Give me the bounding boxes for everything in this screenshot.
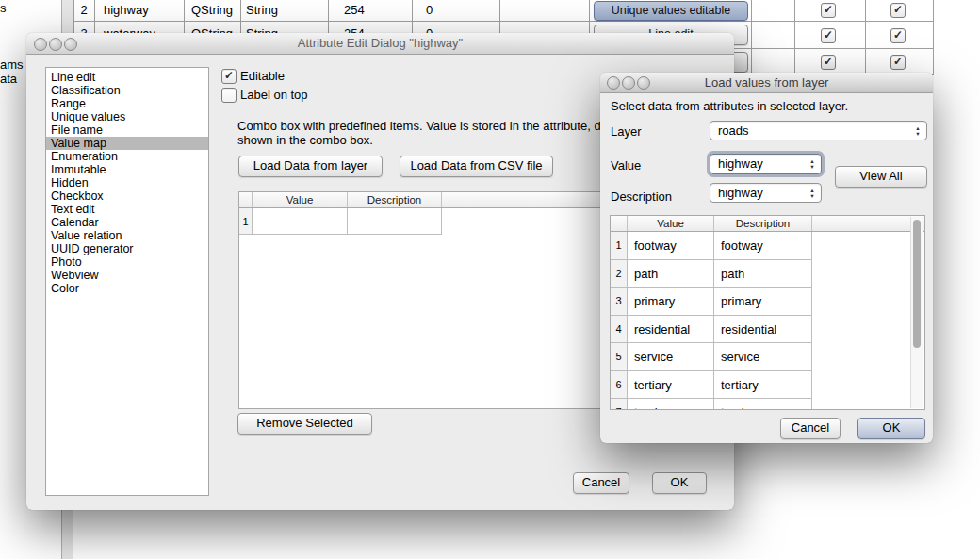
title-bar[interactable]: Attribute Edit Dialog "highway" bbox=[26, 33, 734, 55]
widget-description-line1: Combo box with predefined items. Value i… bbox=[237, 119, 601, 133]
value-cell[interactable] bbox=[253, 208, 348, 235]
header-filler bbox=[812, 216, 924, 231]
row-number: 1 bbox=[611, 232, 628, 260]
ok-button[interactable]: OK bbox=[858, 418, 925, 439]
checkbox-checked[interactable]: ✓ bbox=[890, 28, 906, 43]
description-cell[interactable]: tertiary bbox=[714, 371, 812, 400]
dialog-title: Attribute Edit Dialog "highway" bbox=[26, 33, 734, 54]
zoom-icon[interactable] bbox=[637, 76, 650, 90]
list-item-unique-values[interactable]: Unique values bbox=[46, 110, 208, 123]
row-number: 2 bbox=[611, 260, 628, 288]
list-item-calendar[interactable]: Calendar bbox=[46, 216, 208, 229]
value-cell[interactable]: footway bbox=[628, 232, 714, 260]
row-number: 6 bbox=[611, 371, 628, 400]
table-row[interactable]: 4 residential residential bbox=[611, 316, 924, 344]
description-cell[interactable]: path bbox=[714, 260, 812, 288]
close-icon[interactable] bbox=[607, 76, 620, 90]
minimize-icon[interactable] bbox=[622, 76, 635, 90]
vertical-scrollbar[interactable] bbox=[910, 217, 923, 408]
value-dropdown-value: highway bbox=[718, 156, 763, 171]
stepper-icon: ▲▼ bbox=[808, 188, 817, 199]
description-cell[interactable]: track bbox=[714, 399, 812, 410]
description-dropdown-value: highway bbox=[718, 186, 763, 200]
list-item-file-name[interactable]: File name bbox=[46, 123, 208, 137]
checkbox-checked[interactable]: ✓ bbox=[821, 3, 836, 18]
layer-values-table: Value Description 1 footway footway 2 pa… bbox=[610, 215, 925, 410]
stepper-icon: ▲▼ bbox=[913, 125, 923, 137]
row-number: 1 bbox=[239, 208, 253, 235]
checkbox-checked[interactable]: ✓ bbox=[821, 28, 836, 43]
remove-selected-button[interactable]: Remove Selected bbox=[237, 413, 372, 435]
close-icon[interactable] bbox=[34, 38, 47, 51]
cancel-button[interactable]: Cancel bbox=[780, 418, 841, 439]
table-row[interactable]: 6 tertiary tertiary bbox=[611, 371, 924, 400]
load-data-from-csv-button[interactable]: Load Data from CSV file bbox=[400, 156, 553, 177]
list-item-range[interactable]: Range bbox=[46, 97, 208, 110]
list-item-classification[interactable]: Classification bbox=[46, 84, 208, 97]
scrollbar-thumb[interactable] bbox=[913, 220, 921, 348]
value-dropdown[interactable]: highway ▲▼ bbox=[710, 154, 822, 174]
value-column-header[interactable]: Value bbox=[253, 192, 348, 207]
value-label: Value bbox=[611, 158, 641, 173]
list-item-hidden[interactable]: Hidden bbox=[46, 176, 208, 189]
grid-line bbox=[933, 0, 934, 75]
description-dropdown[interactable]: highway ▲▼ bbox=[710, 183, 822, 203]
label-on-top-checkbox[interactable] bbox=[221, 88, 237, 103]
value-cell[interactable]: residential bbox=[628, 316, 714, 344]
list-item-uuid-generator[interactable]: UUID generator bbox=[46, 242, 208, 255]
editable-checkbox[interactable]: ✓ bbox=[221, 69, 237, 84]
title-bar[interactable]: Load values from layer bbox=[600, 73, 933, 93]
grid-line bbox=[74, 21, 933, 22]
row-filler bbox=[812, 288, 924, 316]
view-all-button[interactable]: View All bbox=[835, 166, 927, 188]
list-item-value-relation[interactable]: Value relation bbox=[46, 229, 208, 242]
layer-dropdown-value: roads bbox=[718, 123, 749, 138]
check-icon: ✓ bbox=[893, 55, 903, 68]
checkbox-checked[interactable]: ✓ bbox=[890, 3, 906, 18]
field-name[interactable]: highway bbox=[104, 2, 149, 18]
table-row[interactable]: 2 path path bbox=[611, 260, 924, 288]
instruction-text: Select data from attributes in selected … bbox=[611, 99, 848, 113]
list-item-value-map[interactable]: Value map bbox=[46, 137, 208, 150]
checkbox-checked[interactable]: ✓ bbox=[821, 55, 836, 70]
value-cell[interactable]: track bbox=[628, 399, 714, 410]
layer-label: Layer bbox=[611, 124, 642, 139]
value-cell[interactable]: primary bbox=[628, 288, 714, 316]
value-cell[interactable]: path bbox=[628, 260, 714, 288]
list-item-enumeration[interactable]: Enumeration bbox=[46, 150, 208, 163]
label-on-top-label: Label on top bbox=[240, 88, 308, 102]
layer-dropdown[interactable]: roads ▲▼ bbox=[710, 121, 927, 140]
description-cell[interactable]: primary bbox=[714, 288, 812, 316]
load-data-from-layer-button[interactable]: Load Data from layer bbox=[238, 156, 383, 177]
description-column-header[interactable]: Description bbox=[348, 192, 442, 207]
zoom-icon[interactable] bbox=[64, 38, 77, 51]
list-item-color[interactable]: Color bbox=[46, 282, 208, 295]
table-row[interactable]: 7 track track bbox=[611, 399, 924, 410]
minimize-icon[interactable] bbox=[49, 38, 62, 51]
cancel-button[interactable]: Cancel bbox=[573, 472, 629, 494]
value-column-header[interactable]: Value bbox=[628, 216, 714, 231]
description-cell[interactable]: service bbox=[714, 343, 812, 371]
description-column-header[interactable]: Description bbox=[714, 216, 812, 231]
description-cell[interactable]: residential bbox=[714, 316, 812, 344]
value-cell[interactable]: service bbox=[628, 343, 714, 371]
edit-widget-button[interactable]: Unique values editable bbox=[594, 1, 748, 21]
list-item-photo[interactable]: Photo bbox=[46, 255, 208, 269]
checkbox-checked[interactable]: ✓ bbox=[890, 55, 906, 70]
list-item-checkbox[interactable]: Checkbox bbox=[46, 189, 208, 203]
field-type: QString bbox=[191, 2, 233, 18]
list-item-immutable[interactable]: Immutable bbox=[46, 163, 208, 176]
row-filler bbox=[812, 316, 924, 344]
ok-button[interactable]: OK bbox=[652, 472, 707, 494]
table-row[interactable]: 1 footway footway bbox=[611, 232, 924, 260]
list-item-webview[interactable]: Webview bbox=[46, 269, 208, 282]
table-row[interactable]: 5 service service bbox=[611, 343, 924, 371]
table-row[interactable]: 3 primary primary bbox=[611, 288, 924, 316]
grid-line bbox=[865, 0, 866, 75]
description-cell[interactable] bbox=[348, 208, 442, 235]
list-item-text-edit[interactable]: Text edit bbox=[46, 203, 208, 216]
description-cell[interactable]: footway bbox=[714, 232, 812, 260]
field-length: 254 bbox=[344, 2, 365, 18]
value-cell[interactable]: tertiary bbox=[628, 371, 714, 400]
list-item-line-edit[interactable]: Line edit bbox=[46, 71, 208, 84]
